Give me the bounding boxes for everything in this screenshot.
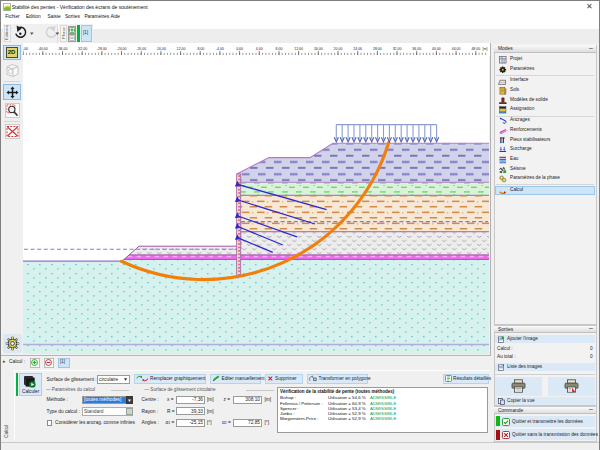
svg-text:-4,00: -4,00 [216, 47, 224, 51]
svg-text:-20,00: -20,00 [136, 47, 146, 51]
svg-text:[m]: [m] [483, 47, 488, 51]
svg-text:40,00: 40,00 [432, 47, 441, 51]
svg-text:12,00: 12,00 [294, 47, 303, 51]
svg-text:36,00: 36,00 [412, 47, 421, 51]
svg-text:-40,00: -40,00 [38, 47, 48, 51]
svg-text:4,00: 4,00 [256, 47, 263, 51]
svg-text:-36,00: -36,00 [58, 47, 68, 51]
svg-text:32,00: 32,00 [393, 47, 402, 51]
svg-text:16,00: 16,00 [314, 47, 323, 51]
svg-text:44,00: 44,00 [452, 47, 461, 51]
svg-text:48,00: 48,00 [471, 47, 480, 51]
svg-text:-28,00: -28,00 [97, 47, 107, 51]
svg-text:-32,00: -32,00 [77, 47, 87, 51]
svg-text:-12,00: -12,00 [176, 47, 186, 51]
svg-text:20,00: 20,00 [334, 47, 343, 51]
svg-text:0,00: 0,00 [236, 47, 243, 51]
svg-text:-16,00: -16,00 [156, 47, 166, 51]
svg-text:-8,00: -8,00 [196, 47, 204, 51]
svg-text:24,00: 24,00 [353, 47, 362, 51]
svg-text:-24,00: -24,00 [117, 47, 127, 51]
svg-text:8,00: 8,00 [276, 47, 283, 51]
svg-text:28,00: 28,00 [373, 47, 382, 51]
